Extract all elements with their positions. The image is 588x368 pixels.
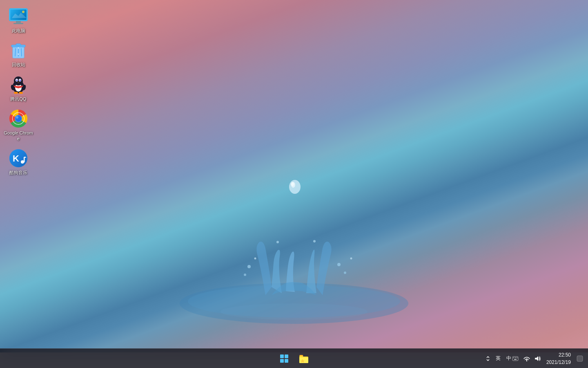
language-label: 英 [496, 355, 501, 361]
desktop-icon-my-computer-label: 此电脑 [12, 28, 25, 34]
svg-point-2 [247, 265, 251, 268]
svg-point-12 [291, 182, 294, 186]
desktop-icon-my-computer[interactable]: 此电脑 [2, 4, 35, 36]
file-explorer-button[interactable] [295, 350, 313, 368]
taskbar-right: 英 中 [484, 350, 584, 367]
desktop-icons: 此电脑 [2, 4, 35, 178]
svg-rect-17 [16, 21, 21, 23]
desktop-icon-kuwo-music-label: 酷狗音乐 [9, 170, 27, 175]
svg-rect-54 [515, 357, 516, 358]
svg-rect-18 [13, 23, 23, 24]
desktop-icon-tencent-qq-label: 腾讯QQ [10, 96, 26, 102]
svg-rect-50 [280, 359, 284, 363]
svg-rect-47 [24, 157, 25, 162]
desktop-icon-recycle-bin-label: 回收站 [12, 62, 25, 67]
svg-point-19 [22, 11, 24, 13]
desktop-icon-tencent-qq[interactable]: 腾讯QQ [2, 72, 35, 104]
svg-point-10 [289, 180, 301, 194]
desktop-icon-google-chrome-label: Google Chrome [4, 130, 33, 142]
svg-rect-57 [577, 356, 583, 361]
show-hidden-icons-button[interactable] [484, 355, 492, 362]
svg-point-6 [254, 258, 256, 260]
svg-text:K: K [13, 153, 19, 164]
input-method-icon [512, 355, 519, 362]
volume-icon[interactable] [533, 355, 541, 363]
desktop: 此电脑 [0, 0, 588, 352]
recycle-bin-icon [9, 40, 28, 60]
monitor-icon [9, 7, 28, 26]
svg-point-34 [20, 80, 21, 81]
taskbar-center [275, 350, 313, 368]
desktop-icon-recycle-bin[interactable]: 回收站 [2, 38, 35, 70]
taskbar: 英 中 [0, 348, 588, 368]
start-button[interactable] [275, 350, 293, 368]
desktop-icon-kuwo-music[interactable]: K 酷狗音乐 [2, 146, 35, 178]
svg-point-35 [14, 92, 18, 94]
clock-display[interactable]: 22:50 2021/12/19 [544, 350, 573, 367]
svg-rect-51 [285, 359, 288, 363]
svg-rect-55 [517, 357, 517, 358]
wallpaper-splash [151, 148, 437, 332]
svg-point-7 [350, 258, 352, 260]
qq-icon [9, 75, 28, 94]
clock-date: 2021/12/19 [546, 359, 571, 366]
chrome-icon [9, 109, 28, 128]
svg-point-5 [344, 272, 346, 274]
kuwo-icon: K [9, 148, 28, 168]
svg-point-33 [17, 80, 18, 81]
svg-point-28 [14, 76, 23, 85]
network-icon[interactable] [523, 355, 531, 363]
input-method-indicator[interactable]: 中 [505, 354, 520, 363]
svg-point-4 [337, 263, 341, 266]
desktop-icon-google-chrome[interactable]: Google Chrome [2, 106, 35, 144]
svg-point-42 [16, 116, 18, 119]
svg-rect-52 [512, 357, 518, 361]
svg-rect-56 [514, 359, 517, 360]
svg-point-46 [21, 160, 24, 164]
notification-button[interactable] [576, 355, 584, 363]
input-method-label: 中 [506, 355, 511, 362]
svg-rect-53 [513, 357, 514, 358]
svg-point-8 [276, 241, 279, 243]
svg-rect-48 [280, 355, 284, 358]
svg-rect-49 [285, 355, 288, 358]
clock-time: 22:50 [559, 351, 571, 359]
svg-point-9 [313, 240, 316, 242]
svg-point-3 [244, 274, 246, 276]
svg-point-36 [19, 92, 23, 94]
language-indicator[interactable]: 英 [494, 354, 502, 363]
svg-line-21 [15, 48, 16, 56]
svg-point-13 [220, 303, 368, 320]
svg-line-23 [21, 48, 22, 56]
svg-rect-25 [16, 44, 21, 45]
